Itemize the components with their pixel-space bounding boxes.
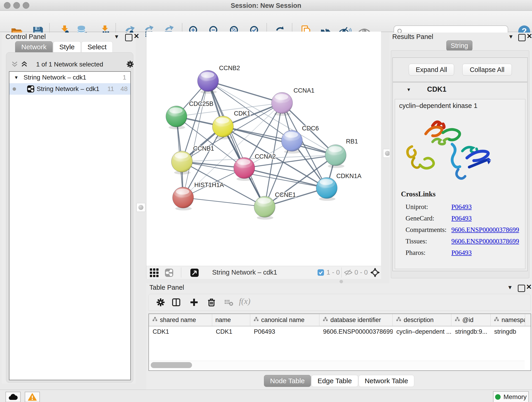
network-collection-row[interactable]: ▼ String Network – cdk1 1 xyxy=(9,72,130,83)
node-label-CCNB1: CCNB1 xyxy=(193,145,214,152)
table-options-gear-icon[interactable] xyxy=(156,297,166,307)
string-results-container: Expand All Collapse All ▼ CDK1 cyclin–de… xyxy=(391,51,529,278)
panel-close-icon[interactable]: ✕ xyxy=(526,32,532,40)
crosslinks-list: Uniprot:P06493GeneCard:P06493Compartment… xyxy=(399,199,523,256)
panel-float-icon[interactable] xyxy=(518,34,526,41)
tab-style[interactable]: Style xyxy=(53,41,81,53)
delete-table-icon[interactable] xyxy=(224,299,234,306)
protein-node-HIST1H1A[interactable] xyxy=(172,187,194,208)
network-canvas[interactable]: CCNB2CCNA1CDC25BCDK1CDC6RB1CCNB1CCNA2CDK… xyxy=(146,32,381,266)
protein-node-CCNB1[interactable] xyxy=(171,151,192,172)
table-cell[interactable]: CDK1 xyxy=(149,326,212,337)
panel-menu-caret-icon[interactable]: ▼ xyxy=(114,33,119,40)
selected-checkbox-icon[interactable] xyxy=(317,269,324,276)
shared-column-tree-icon xyxy=(396,317,401,324)
tab-network-table[interactable]: Network Table xyxy=(359,375,414,387)
pan-mode-icon[interactable] xyxy=(370,268,380,278)
hidden-eye-icon[interactable] xyxy=(344,269,353,276)
table-cell[interactable]: stringdb xyxy=(491,326,525,337)
node-label-CCNA1: CCNA1 xyxy=(293,87,315,94)
tab-node-table[interactable]: Node Table xyxy=(264,375,311,387)
crosslink-link[interactable]: P06493 xyxy=(451,249,472,256)
expand-all-button[interactable]: Expand All xyxy=(409,64,454,76)
warning-status-button[interactable] xyxy=(25,392,40,402)
show-columns-icon[interactable] xyxy=(171,297,181,307)
node-label-RB1: RB1 xyxy=(346,138,358,145)
node-label-CCNA2: CCNA2 xyxy=(255,153,276,160)
column-header--id[interactable]: @id xyxy=(451,314,491,326)
protein-node-CCNB2[interactable] xyxy=(197,70,219,91)
results-buttons-box: Expand All Collapse All xyxy=(393,57,528,82)
left-splitter-handle[interactable] xyxy=(137,203,145,212)
protein-node-CDC25B[interactable] xyxy=(166,106,187,127)
column-header-name[interactable]: name xyxy=(212,314,250,326)
toolbar-divider xyxy=(181,268,181,278)
protein-node-CDC6[interactable] xyxy=(281,130,302,151)
table-cell[interactable]: stringdb:9... xyxy=(451,326,491,337)
memory-ok-dot-icon xyxy=(495,394,500,400)
gene-description: cyclin–dependent kinase 1 xyxy=(399,102,477,109)
tree-expand-caret-icon[interactable]: ▼ xyxy=(14,75,19,80)
crosslink-label: GeneCard: xyxy=(405,215,451,222)
crosslink-link[interactable]: P06493 xyxy=(451,203,472,211)
edge-count: 48 xyxy=(120,85,128,93)
window-title: Session: New Session xyxy=(0,2,532,9)
panel-float-icon[interactable] xyxy=(125,34,133,41)
network-overview-icon[interactable] xyxy=(164,268,174,278)
bottom-splitter-handle[interactable] xyxy=(340,280,343,283)
crosslink-link[interactable]: P06493 xyxy=(451,215,472,222)
crosslink-link[interactable]: 9606.ENSP00000378699 xyxy=(451,237,519,245)
column-header-namespace[interactable]: namespace xyxy=(491,314,525,326)
table-horizontal-scrollbar[interactable] xyxy=(149,361,525,369)
tab-edge-table[interactable]: Edge Table xyxy=(311,375,358,387)
column-header-description[interactable]: description xyxy=(393,314,451,326)
table-cell[interactable]: CDK1 xyxy=(212,326,250,337)
crosslink-row: Compartments:9606.ENSP00000378699 xyxy=(405,226,523,234)
memory-button[interactable]: Memory xyxy=(493,391,529,402)
table-cell[interactable]: P06493 xyxy=(250,326,319,337)
panel-float-icon[interactable] xyxy=(518,285,525,292)
open-in-window-icon[interactable] xyxy=(190,268,199,278)
node-label-CDK1: CDK1 xyxy=(234,110,250,117)
network-view-toolbar: String Network – cdk1 1 - 0 0 - 0 xyxy=(146,266,381,279)
create-column-icon[interactable] xyxy=(189,297,199,307)
gene-collapse-caret-icon[interactable]: ▼ xyxy=(406,87,411,92)
delete-column-icon[interactable] xyxy=(206,297,216,307)
protein-structure-image xyxy=(398,112,494,188)
network-selection-status: 1 of 1 Network selected xyxy=(6,61,133,68)
protein-node-RB1[interactable] xyxy=(325,145,346,166)
panel-menu-caret-icon[interactable]: ▼ xyxy=(508,33,514,40)
protein-node-CDKN1A[interactable] xyxy=(316,177,337,198)
table-row[interactable]: CDK1CDK1P064939606.ENSP00000378699cyclin… xyxy=(149,326,531,337)
table-toolbar: f(x) xyxy=(148,294,531,311)
node-label-HIST1H1A: HIST1H1A xyxy=(194,182,224,188)
table-cell[interactable]: cyclin–dependent ... xyxy=(393,326,451,337)
network-row-selected[interactable]: String Network – cdk1 11 48 xyxy=(9,83,130,95)
tab-network[interactable]: Network xyxy=(15,41,53,53)
table-cell[interactable]: 9606.ENSP00000378699 xyxy=(319,326,393,337)
protein-node-CCNA1[interactable] xyxy=(272,92,293,114)
collapse-all-button[interactable]: Collapse All xyxy=(462,64,512,76)
tab-select[interactable]: Select xyxy=(81,41,113,53)
panel-menu-caret-icon[interactable]: ▼ xyxy=(507,284,513,291)
panel-close-icon[interactable]: ✕ xyxy=(133,32,139,40)
status-bar: Memory xyxy=(0,390,532,402)
column-header-database-identifier[interactable]: database identifier xyxy=(319,314,393,326)
cloud-status-button[interactable] xyxy=(6,392,21,402)
title-bar: Session: New Session xyxy=(0,0,532,11)
birdseye-view-icon[interactable] xyxy=(149,268,159,278)
tab-string[interactable]: String xyxy=(446,40,472,51)
network-options-gear-icon[interactable] xyxy=(126,60,134,69)
node-label-CDKN1A: CDKN1A xyxy=(336,172,361,179)
crosslink-row: Tissues:9606.ENSP00000378699 xyxy=(405,237,523,245)
column-header-shared-name[interactable]: shared name xyxy=(149,314,212,326)
table-header-row: shared namenamecanonical namedatabase id… xyxy=(149,314,531,326)
panel-close-icon[interactable]: ✕ xyxy=(526,283,532,291)
crosslinks-title: CrossLinks xyxy=(401,190,436,198)
protein-node-CCNE1[interactable] xyxy=(254,196,275,217)
crosslink-link[interactable]: 9606.ENSP00000378699 xyxy=(451,226,519,234)
protein-node-CCNA2[interactable] xyxy=(234,157,255,179)
scrollbar-thumb[interactable] xyxy=(151,362,192,368)
column-header-canonical-name[interactable]: canonical name xyxy=(250,314,319,326)
function-builder-button[interactable]: f(x) xyxy=(239,296,250,306)
